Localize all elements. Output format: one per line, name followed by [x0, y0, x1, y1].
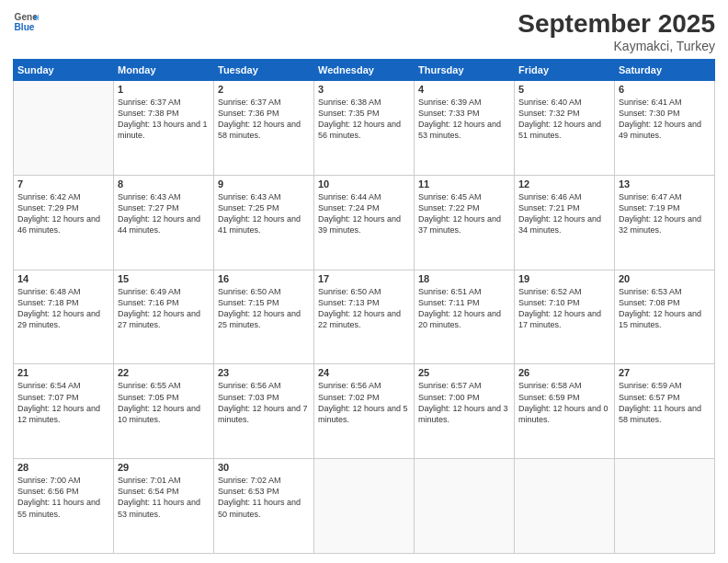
- calendar-cell: 22 Sunrise: 6:55 AMSunset: 7:05 PMDaylig…: [114, 364, 214, 459]
- calendar-cell: 17 Sunrise: 6:50 AMSunset: 7:13 PMDaylig…: [314, 270, 415, 364]
- header: General Blue September 2025 Kaymakci, Tu…: [13, 9, 715, 53]
- day-number: 20: [619, 273, 711, 284]
- title-block: September 2025 Kaymakci, Turkey: [518, 9, 715, 53]
- day-number: 15: [118, 273, 210, 284]
- day-header-thursday: Thursday: [415, 60, 515, 81]
- day-number: 16: [218, 273, 310, 284]
- day-number: 17: [318, 273, 410, 284]
- calendar-cell: [615, 459, 715, 554]
- day-number: 3: [318, 84, 410, 95]
- calendar-cell: 16 Sunrise: 6:50 AMSunset: 7:15 PMDaylig…: [214, 270, 314, 364]
- calendar-cell: 1 Sunrise: 6:37 AMSunset: 7:38 PMDayligh…: [114, 81, 214, 176]
- day-number: 13: [619, 178, 711, 190]
- cell-content: Sunrise: 6:40 AMSunset: 7:32 PMDaylight:…: [518, 97, 610, 142]
- calendar-cell: [14, 81, 114, 176]
- day-number: 11: [418, 178, 510, 190]
- calendar-cell: 18 Sunrise: 6:51 AMSunset: 7:11 PMDaylig…: [415, 270, 515, 364]
- page: General Blue September 2025 Kaymakci, Tu…: [0, 0, 728, 563]
- cell-content: Sunrise: 6:46 AMSunset: 7:21 PMDaylight:…: [518, 191, 610, 236]
- calendar-cell: 26 Sunrise: 6:58 AMSunset: 6:59 PMDaylig…: [515, 364, 615, 459]
- cell-content: Sunrise: 6:59 AMSunset: 6:57 PMDaylight:…: [619, 380, 711, 425]
- cell-content: Sunrise: 6:56 AMSunset: 7:03 PMDaylight:…: [218, 380, 310, 425]
- logo: General Blue: [13, 9, 39, 35]
- day-number: 22: [118, 367, 210, 378]
- calendar-week-4: 21 Sunrise: 6:54 AMSunset: 7:07 PMDaylig…: [14, 364, 715, 459]
- calendar-cell: 11 Sunrise: 6:45 AMSunset: 7:22 PMDaylig…: [415, 175, 515, 270]
- calendar-cell: 5 Sunrise: 6:40 AMSunset: 7:32 PMDayligh…: [515, 81, 615, 176]
- calendar-week-3: 14 Sunrise: 6:48 AMSunset: 7:18 PMDaylig…: [14, 270, 715, 364]
- day-number: 28: [17, 462, 109, 473]
- day-number: 7: [17, 178, 109, 190]
- calendar-cell: 7 Sunrise: 6:42 AMSunset: 7:29 PMDayligh…: [14, 175, 114, 270]
- day-number: 21: [17, 367, 109, 378]
- day-number: 14: [17, 273, 109, 284]
- cell-content: Sunrise: 6:55 AMSunset: 7:05 PMDaylight:…: [118, 380, 210, 425]
- day-number: 26: [518, 367, 610, 378]
- day-header-saturday: Saturday: [615, 60, 715, 81]
- svg-text:Blue: Blue: [15, 22, 35, 32]
- calendar-header-row: SundayMondayTuesdayWednesdayThursdayFrid…: [14, 60, 715, 81]
- calendar-cell: 25 Sunrise: 6:57 AMSunset: 7:00 PMDaylig…: [415, 364, 515, 459]
- day-number: 8: [118, 178, 210, 190]
- calendar-week-1: 1 Sunrise: 6:37 AMSunset: 7:38 PMDayligh…: [14, 81, 715, 176]
- cell-content: Sunrise: 6:37 AMSunset: 7:38 PMDaylight:…: [118, 97, 210, 142]
- calendar-cell: 29 Sunrise: 7:01 AMSunset: 6:54 PMDaylig…: [114, 459, 214, 554]
- calendar-cell: 24 Sunrise: 6:56 AMSunset: 7:02 PMDaylig…: [314, 364, 415, 459]
- cell-content: Sunrise: 7:01 AMSunset: 6:54 PMDaylight:…: [118, 475, 210, 520]
- day-header-tuesday: Tuesday: [214, 60, 314, 81]
- cell-content: Sunrise: 6:43 AMSunset: 7:25 PMDaylight:…: [218, 191, 310, 236]
- day-header-friday: Friday: [515, 60, 615, 81]
- cell-content: Sunrise: 6:37 AMSunset: 7:36 PMDaylight:…: [218, 97, 310, 142]
- calendar-cell: 9 Sunrise: 6:43 AMSunset: 7:25 PMDayligh…: [214, 175, 314, 270]
- cell-content: Sunrise: 6:58 AMSunset: 6:59 PMDaylight:…: [518, 380, 610, 425]
- day-number: 29: [118, 462, 210, 473]
- calendar-table: SundayMondayTuesdayWednesdayThursdayFrid…: [13, 59, 715, 554]
- calendar-cell: [314, 459, 415, 554]
- calendar-cell: 10 Sunrise: 6:44 AMSunset: 7:24 PMDaylig…: [314, 175, 415, 270]
- cell-content: Sunrise: 6:53 AMSunset: 7:08 PMDaylight:…: [619, 286, 711, 331]
- calendar-cell: 20 Sunrise: 6:53 AMSunset: 7:08 PMDaylig…: [615, 270, 715, 364]
- cell-content: Sunrise: 6:42 AMSunset: 7:29 PMDaylight:…: [17, 191, 109, 236]
- cell-content: Sunrise: 7:00 AMSunset: 6:56 PMDaylight:…: [17, 475, 109, 520]
- cell-content: Sunrise: 6:38 AMSunset: 7:35 PMDaylight:…: [318, 97, 410, 142]
- day-number: 24: [318, 367, 410, 378]
- calendar-week-5: 28 Sunrise: 7:00 AMSunset: 6:56 PMDaylig…: [14, 459, 715, 554]
- cell-content: Sunrise: 6:57 AMSunset: 7:00 PMDaylight:…: [418, 380, 510, 425]
- calendar-cell: 12 Sunrise: 6:46 AMSunset: 7:21 PMDaylig…: [515, 175, 615, 270]
- cell-content: Sunrise: 6:41 AMSunset: 7:30 PMDaylight:…: [619, 97, 711, 142]
- day-number: 9: [218, 178, 310, 190]
- cell-content: Sunrise: 6:43 AMSunset: 7:27 PMDaylight:…: [118, 191, 210, 236]
- day-number: 2: [218, 84, 310, 95]
- calendar-cell: 30 Sunrise: 7:02 AMSunset: 6:53 PMDaylig…: [214, 459, 314, 554]
- day-header-sunday: Sunday: [14, 60, 114, 81]
- cell-content: Sunrise: 6:56 AMSunset: 7:02 PMDaylight:…: [318, 380, 410, 425]
- day-number: 23: [218, 367, 310, 378]
- subtitle: Kaymakci, Turkey: [518, 39, 715, 53]
- day-number: 25: [418, 367, 510, 378]
- calendar-cell: [515, 459, 615, 554]
- day-number: 1: [118, 84, 210, 95]
- cell-content: Sunrise: 6:50 AMSunset: 7:13 PMDaylight:…: [318, 286, 410, 331]
- calendar-cell: 28 Sunrise: 7:00 AMSunset: 6:56 PMDaylig…: [14, 459, 114, 554]
- day-header-monday: Monday: [114, 60, 214, 81]
- cell-content: Sunrise: 6:45 AMSunset: 7:22 PMDaylight:…: [418, 191, 510, 236]
- cell-content: Sunrise: 6:54 AMSunset: 7:07 PMDaylight:…: [17, 380, 109, 425]
- day-header-wednesday: Wednesday: [314, 60, 415, 81]
- day-number: 30: [218, 462, 310, 473]
- day-number: 18: [418, 273, 510, 284]
- calendar-cell: 21 Sunrise: 6:54 AMSunset: 7:07 PMDaylig…: [14, 364, 114, 459]
- cell-content: Sunrise: 6:47 AMSunset: 7:19 PMDaylight:…: [619, 191, 711, 236]
- cell-content: Sunrise: 6:51 AMSunset: 7:11 PMDaylight:…: [418, 286, 510, 331]
- cell-content: Sunrise: 7:02 AMSunset: 6:53 PMDaylight:…: [218, 475, 310, 520]
- calendar-cell: 23 Sunrise: 6:56 AMSunset: 7:03 PMDaylig…: [214, 364, 314, 459]
- main-title: September 2025: [518, 9, 715, 39]
- calendar-cell: 4 Sunrise: 6:39 AMSunset: 7:33 PMDayligh…: [415, 81, 515, 176]
- day-number: 12: [518, 178, 610, 190]
- cell-content: Sunrise: 6:50 AMSunset: 7:15 PMDaylight:…: [218, 286, 310, 331]
- cell-content: Sunrise: 6:52 AMSunset: 7:10 PMDaylight:…: [518, 286, 610, 331]
- day-number: 27: [619, 367, 711, 378]
- cell-content: Sunrise: 6:49 AMSunset: 7:16 PMDaylight:…: [118, 286, 210, 331]
- day-number: 6: [619, 84, 711, 95]
- cell-content: Sunrise: 6:48 AMSunset: 7:18 PMDaylight:…: [17, 286, 109, 331]
- day-number: 19: [518, 273, 610, 284]
